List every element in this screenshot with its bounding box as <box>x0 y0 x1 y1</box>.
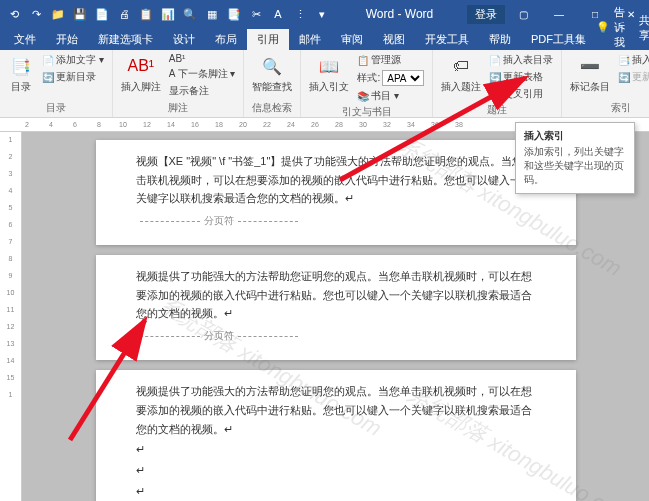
insert-index-button[interactable]: 📑 插入索引 <box>616 52 649 68</box>
update-toc-button[interactable]: 🔄 更新目录 <box>40 69 106 85</box>
footnote-icon: AB¹ <box>129 54 153 78</box>
update-index-button[interactable]: 🔄 更新索引 <box>616 69 649 85</box>
group-label-citations: 引文与书目 <box>307 104 426 119</box>
toc-button[interactable]: 📑目录 <box>6 52 36 96</box>
search-icon: 🔍 <box>260 54 284 78</box>
vertical-ruler[interactable]: 1234567891011121314151 <box>0 132 22 501</box>
caption-icon: 🏷 <box>449 54 473 78</box>
smart-lookup-button[interactable]: 🔍智能查找 <box>250 52 294 96</box>
next-footnote-button[interactable]: A 下一条脚注 ▾ <box>167 66 238 82</box>
show-notes-button[interactable]: 显示备注 <box>167 83 238 99</box>
citation-style: 样式: APA <box>355 69 426 87</box>
qat-undo-icon[interactable]: ⟲ <box>4 4 24 24</box>
paragraph[interactable]: 视频【XE "视频" \f "书签_1"】提供了功能强大的方法帮助您证明您的观点… <box>136 152 536 208</box>
ribbon-options-icon[interactable]: ▢ <box>509 4 537 24</box>
cross-reference-button[interactable]: 🔗 交叉引用 <box>487 86 555 102</box>
group-label-toc: 目录 <box>6 100 106 115</box>
toc-icon: 📑 <box>9 54 33 78</box>
group-toc: 📑目录 📄 添加文字 ▾ 🔄 更新目录 目录 <box>0 50 113 117</box>
insert-caption-button[interactable]: 🏷插入题注 <box>439 52 483 96</box>
tab-help[interactable]: 帮助 <box>479 29 521 50</box>
qat-redo-icon[interactable]: ↷ <box>26 4 46 24</box>
paragraph-empty[interactable]: ↵ <box>136 482 536 501</box>
mark-entry-icon: ➖ <box>578 54 602 78</box>
tab-design[interactable]: 设计 <box>163 29 205 50</box>
page-2[interactable]: 视频提供了功能强大的方法帮助您证明您的观点。当您单击联机视频时，可以在想要添加的… <box>96 255 576 360</box>
tab-newtab[interactable]: 新建选项卡 <box>88 29 163 50</box>
qat-print-icon[interactable]: 🖨 <box>114 4 134 24</box>
qat-zoom-icon[interactable]: 🔍 <box>180 4 200 24</box>
tab-file[interactable]: 文件 <box>4 29 46 50</box>
page-break-indicator: 分页符 <box>136 212 536 229</box>
insert-tof-button[interactable]: 📄 插入表目录 <box>487 52 555 68</box>
group-captions: 🏷插入题注 📄 插入表目录 🔄 更新表格 🔗 交叉引用 题注 <box>433 50 562 117</box>
tab-view[interactable]: 视图 <box>373 29 415 50</box>
window-title: Word - Word <box>332 7 467 21</box>
manage-sources-button[interactable]: 📋 管理源 <box>355 52 426 68</box>
group-research: 🔍智能查找 信息检索 <box>244 50 301 117</box>
page-3[interactable]: 视频提供了功能强大的方法帮助您证明您的观点。当您单击联机视频时，可以在想要添加的… <box>96 370 576 501</box>
title-bar: ⟲ ↷ 📁 💾 📄 🖨 📋 📊 🔍 ▦ 📑 ✂ A ⋮ ▾ Word - Wor… <box>0 0 649 28</box>
qat-clipboard-icon[interactable]: 📋 <box>136 4 156 24</box>
qat-chart-icon[interactable]: 📊 <box>158 4 178 24</box>
qat-doc-icon[interactable]: 📑 <box>224 4 244 24</box>
tell-me[interactable]: 告诉我 <box>614 5 625 50</box>
page-break-indicator: 分页符 <box>136 327 536 344</box>
group-label-captions: 题注 <box>439 102 555 117</box>
login-button[interactable]: 登录 <box>467 5 505 24</box>
ribbon-tabs: 文件 开始 新建选项卡 设计 布局 引用 邮件 审阅 视图 开发工具 帮助 PD… <box>0 28 649 50</box>
group-label-index: 索引 <box>568 100 649 115</box>
insert-footnote-button[interactable]: AB¹插入脚注 <box>119 52 163 96</box>
tab-home[interactable]: 开始 <box>46 29 88 50</box>
tab-developer[interactable]: 开发工具 <box>415 29 479 50</box>
insert-endnote-button[interactable]: AB¹ <box>167 52 238 65</box>
tab-pdftools[interactable]: PDF工具集 <box>521 29 596 50</box>
qat-font-icon[interactable]: A <box>268 4 288 24</box>
tooltip-insert-index: 插入索引 添加索引，列出关键字和这些关键字出现的页码。 <box>515 122 635 194</box>
qat-open-icon[interactable]: 📁 <box>48 4 68 24</box>
group-label-research: 信息检索 <box>250 100 294 115</box>
qat-save-icon[interactable]: 💾 <box>70 4 90 24</box>
ribbon: 📑目录 📄 添加文字 ▾ 🔄 更新目录 目录 AB¹插入脚注 AB¹ A 下一条… <box>0 50 649 118</box>
quick-access-toolbar: ⟲ ↷ 📁 💾 📄 🖨 📋 📊 🔍 ▦ 📑 ✂ A ⋮ ▾ <box>4 4 332 24</box>
tab-references[interactable]: 引用 <box>247 29 289 50</box>
qat-customize-icon[interactable]: ▾ <box>312 4 332 24</box>
update-table-button[interactable]: 🔄 更新表格 <box>487 69 555 85</box>
group-index: ➖标记条目 📑 插入索引 🔄 更新索引 索引 <box>562 50 649 117</box>
minimize-button[interactable]: — <box>545 4 573 24</box>
tooltip-title: 插入索引 <box>524 129 626 143</box>
page-1[interactable]: 视频【XE "视频" \f "书签_1"】提供了功能强大的方法帮助您证明您的观点… <box>96 140 576 245</box>
paragraph-empty[interactable]: ↵ <box>136 440 536 459</box>
group-footnotes: AB¹插入脚注 AB¹ A 下一条脚注 ▾ 显示备注 脚注 <box>113 50 245 117</box>
share-button[interactable]: 共享 <box>639 13 649 43</box>
qat-cut-icon[interactable]: ✂ <box>246 4 266 24</box>
tab-mailings[interactable]: 邮件 <box>289 29 331 50</box>
paragraph[interactable]: 视频提供了功能强大的方法帮助您证明您的观点。当您单击联机视频时，可以在想要添加的… <box>136 382 536 438</box>
group-label-footnotes: 脚注 <box>119 100 238 115</box>
citation-icon: 📖 <box>317 54 341 78</box>
tab-layout[interactable]: 布局 <box>205 29 247 50</box>
style-select[interactable]: APA <box>382 70 424 86</box>
qat-more-icon[interactable]: ⋮ <box>290 4 310 24</box>
paragraph[interactable]: 视频提供了功能强大的方法帮助您证明您的观点。当您单击联机视频时，可以在想要添加的… <box>136 267 536 323</box>
add-text-button[interactable]: 📄 添加文字 ▾ <box>40 52 106 68</box>
insert-citation-button[interactable]: 📖插入引文 <box>307 52 351 96</box>
group-citations: 📖插入引文 📋 管理源 样式: APA 📚 书目 ▾ 引文与书目 <box>301 50 433 117</box>
paragraph-empty[interactable]: ↵ <box>136 461 536 480</box>
tab-review[interactable]: 审阅 <box>331 29 373 50</box>
mark-entry-button[interactable]: ➖标记条目 <box>568 52 612 96</box>
bibliography-button[interactable]: 📚 书目 ▾ <box>355 88 426 104</box>
tooltip-body: 添加索引，列出关键字和这些关键字出现的页码。 <box>524 145 626 187</box>
qat-new-icon[interactable]: 📄 <box>92 4 112 24</box>
lightbulb-icon: 💡 <box>596 21 610 34</box>
qat-table-icon[interactable]: ▦ <box>202 4 222 24</box>
